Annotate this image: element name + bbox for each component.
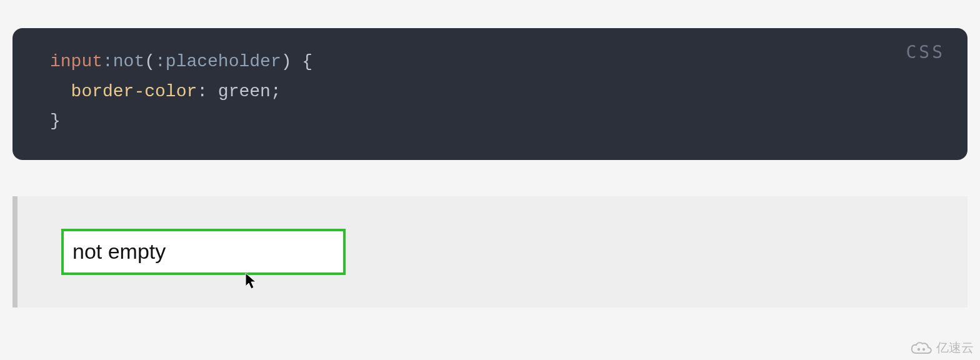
code-language-label: CSS: [906, 42, 945, 62]
code-token-punc: ): [281, 52, 292, 71]
code-token-brace: {: [292, 52, 313, 71]
code-token-semicolon: ;: [271, 82, 281, 101]
code-token-colon: :: [197, 82, 208, 101]
demo-block: [12, 196, 968, 308]
code-content: input:not(:placeholder) { border-color: …: [50, 47, 930, 136]
code-token-punc: (: [144, 52, 155, 71]
code-token-value: green: [208, 82, 271, 101]
code-token-selector: input: [50, 52, 102, 71]
watermark-text: 亿速云: [936, 339, 974, 356]
svg-point-0: [918, 348, 920, 350]
code-token-pseudo-inner: :placeholder: [155, 52, 281, 71]
code-token-pseudo: :not: [102, 52, 144, 71]
code-token-property: border-color: [71, 82, 198, 101]
watermark: 亿速云: [910, 339, 974, 356]
cloud-icon: [910, 341, 932, 356]
code-indent: [50, 82, 71, 101]
code-token-brace-close: }: [50, 111, 61, 131]
code-block: CSS input:not(:placeholder) { border-col…: [12, 28, 968, 160]
svg-point-1: [922, 348, 925, 350]
demo-input[interactable]: [61, 229, 346, 275]
